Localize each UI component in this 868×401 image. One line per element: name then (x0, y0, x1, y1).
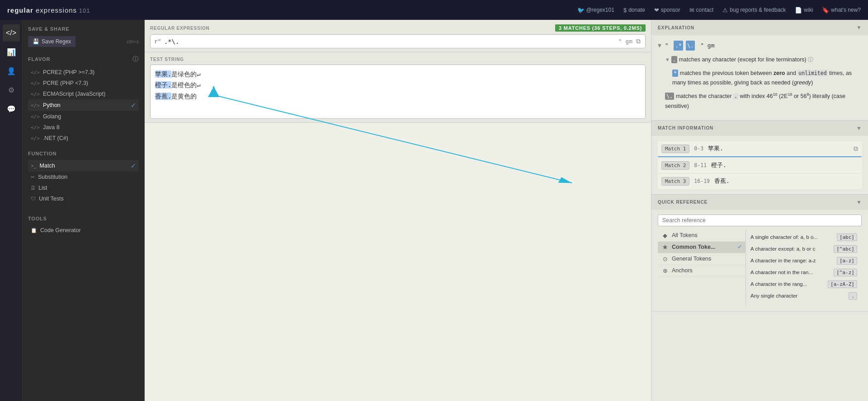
explanation-items: ▼ . matches any character (except for li… (658, 55, 862, 111)
regex-section: REGULAR EXPRESSION 3 matches (36 steps, … (145, 20, 651, 52)
test-line-3: 香蕉.是黄色的 (155, 91, 641, 102)
test-string-area[interactable]: 苹果.是绿色的↵ 橙子.是橙色的↵ 香蕉.是黄色的 (150, 65, 646, 119)
sidebar-icon-community[interactable]: 💬 (3, 100, 20, 117)
center-bottom-area (145, 123, 651, 401)
match-1-range: 0-3 (694, 145, 703, 152)
flavor-section: FLAVOR ⓘ </> PCRE2 (PHP >=7.3) </> PCRE … (28, 55, 139, 144)
match-2-value: 橙子. (711, 161, 726, 169)
test-section: TEST STRING 苹果.是绿色的↵ 橙子.是橙色的↵ 香蕉.是黄色的 (145, 52, 651, 123)
save-share-title: SAVE & SHARE (28, 26, 139, 32)
list-icon: ☰ (31, 185, 35, 191)
regex-copy-button[interactable]: ⧉ (635, 37, 642, 46)
quick-ref-body: ◆ All Tokens ★ Common Toke... ✓ ⊙ Genera… (651, 210, 868, 311)
python-active-check: ✓ (131, 102, 136, 109)
test-line-1: 苹果.是绿色的↵ (155, 69, 641, 79)
flavor-ecmascript[interactable]: </> ECMAScript (JavaScript) (28, 89, 139, 99)
save-regex-button[interactable]: 💾 Save Regex (28, 36, 75, 47)
center-wrapper: REGULAR EXPRESSION 3 matches (36 steps, … (145, 20, 651, 401)
function-list[interactable]: ☰ List (28, 182, 139, 193)
flavor-java8[interactable]: </> Java 8 (28, 122, 139, 133)
match-2-range: 8-11 (694, 162, 707, 168)
community-icon: 💬 (7, 105, 16, 113)
match-1-label: Match 1 (661, 145, 689, 153)
quick-ref-search-input[interactable] (658, 214, 862, 226)
flavor-pcre2[interactable]: </> PCRE2 (PHP >=7.3) (28, 67, 139, 78)
topnav-twitter[interactable]: 🐦@regex101 (577, 7, 614, 14)
tool-code-generator[interactable]: 📋 Code Generator (28, 225, 139, 236)
match-info-header[interactable]: MATCH INFORMATION ▼ (651, 121, 868, 136)
match-info-title: MATCH INFORMATION (658, 126, 713, 131)
sidebar-icon-settings[interactable]: ⚙ (3, 81, 20, 98)
function-substitution[interactable]: ✂ Substitution (28, 172, 139, 182)
warning-icon: ⚠ (722, 7, 728, 14)
test-line-2: 橙子.是橙色的↵ (155, 79, 641, 90)
qref-entry-5: A character in the rang... [a-zA-Z] (750, 279, 858, 290)
match-3-label: Match 3 (661, 177, 689, 186)
whatsnew-icon: 🔖 (822, 7, 829, 14)
topnav-contact[interactable]: ✉contact (689, 7, 714, 14)
qref-cat-general-tokens[interactable]: ⊙ General Tokens (658, 253, 745, 265)
topnav-sponsor[interactable]: ❤sponsor (654, 7, 680, 14)
regex-section-title: REGULAR EXPRESSION (150, 26, 210, 31)
match-badge: 3 matches (36 steps, 0.2ms) (555, 24, 646, 32)
flavor-dotnet[interactable]: </> .NET (C#) (28, 133, 139, 144)
function-unit-tests[interactable]: 🛡 Unit Tests (28, 193, 139, 204)
regex-input-row: r" " gm ⧉ (150, 34, 646, 48)
match-3-value: 香蕉. (714, 177, 730, 185)
sidebar-icon-code[interactable]: </> (3, 24, 20, 42)
qref-cat-common-tokens[interactable]: ★ Common Toke... ✓ (658, 242, 745, 253)
topnav-links: 🐦@regex101 $donate ❤sponsor ✉contact ⚠bu… (577, 7, 861, 14)
match-1-highlight: 苹果. (155, 70, 171, 78)
save-icon: 💾 (33, 38, 39, 45)
flavor-info-icon[interactable]: ⓘ (132, 55, 139, 63)
quick-ref-chevron: ▼ (856, 199, 862, 205)
all-tokens-icon: ◆ (661, 232, 669, 239)
topnav-donate[interactable]: $donate (623, 7, 645, 14)
explanation-dot: ▼ . matches any character (except for li… (665, 55, 862, 65)
flavor-golang[interactable]: </> Golang (28, 111, 139, 122)
qref-entry-1: A single character of: a, b o... [abc] (750, 232, 858, 243)
flavor-python[interactable]: </> Python ✓ (28, 99, 139, 111)
match-row-1: Match 1 0-3 苹果. ⧉ (658, 141, 862, 157)
function-match[interactable]: >_ Match ✓ (28, 160, 139, 172)
quick-ref-entries: A single character of: a, b o... [abc] A… (746, 230, 862, 307)
unit-tests-icon: 🛡 (31, 196, 36, 201)
match-1-value: 苹果. (708, 145, 723, 153)
quick-ref-categories: ◆ All Tokens ★ Common Toke... ✓ ⊙ Genera… (658, 230, 746, 307)
exp-dot-info[interactable]: ⓘ (808, 56, 813, 63)
topnav-whatsnew[interactable]: 🔖what's new? (822, 7, 861, 14)
match-info-chevron: ▼ (856, 125, 862, 131)
logo-regular: regular (7, 6, 33, 14)
quick-ref-layout: ◆ All Tokens ★ Common Toke... ✓ ⊙ Genera… (658, 230, 862, 307)
substitution-icon: ✂ (31, 174, 35, 180)
quick-ref-section: QUICK REFERENCE ▼ ◆ All Tokens ★ Common … (651, 195, 868, 312)
topnav-wiki[interactable]: 📄wiki (795, 7, 813, 14)
quick-ref-header[interactable]: QUICK REFERENCE ▼ (651, 195, 868, 210)
wiki-icon: 📄 (795, 7, 802, 14)
explanation-backslash-dot: \. matches the character . with index 46… (665, 91, 862, 111)
tools-title: TOOLS (28, 216, 139, 221)
match-2-label: Match 2 (661, 161, 689, 170)
explanation-title: EXPLANATION (658, 25, 694, 30)
topnav-bugreports[interactable]: ⚠bug reports & feedback (722, 7, 786, 14)
explanation-body: ▼ " .*\. " gm ▼ . matches any character … (651, 35, 868, 120)
flavor-pcre[interactable]: </> PCRE (PHP <7.3) (28, 78, 139, 89)
qref-cat-anchors[interactable]: ⊕ Anchors (658, 265, 745, 277)
logo-expressions: expressions (33, 6, 77, 14)
common-tokens-check: ✓ (737, 244, 742, 250)
flavor-title: FLAVOR ⓘ (28, 55, 139, 63)
explanation-chevron: ▼ (856, 24, 862, 31)
explanation-header[interactable]: EXPLANATION ▼ (651, 20, 868, 35)
sidebar-icon-user[interactable]: 👤 (3, 62, 20, 79)
regex-input[interactable] (164, 37, 616, 46)
test-string-header: TEST STRING (150, 57, 646, 62)
match-icon: >_ (31, 163, 37, 168)
explanation-section: EXPLANATION ▼ ▼ " .*\. " gm ▼ . matches … (651, 20, 868, 121)
match-row-2: Match 2 8-11 橙子. (658, 158, 862, 173)
qref-cat-all-tokens[interactable]: ◆ All Tokens (658, 230, 745, 242)
sponsor-icon: ❤ (654, 7, 659, 14)
match-share-button[interactable]: ⧉ (854, 145, 858, 153)
explanation-content: ▼ " .*\. " gm ▼ . matches any character … (658, 41, 862, 111)
qref-entry-6: Any single character . (750, 290, 858, 302)
sidebar-icon-chart[interactable]: 📊 (3, 43, 20, 61)
